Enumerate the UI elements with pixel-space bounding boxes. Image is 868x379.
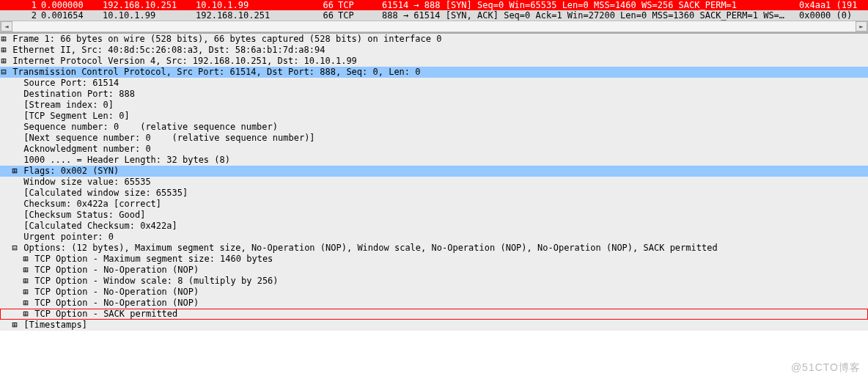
tree-row[interactable]: [Next sequence number: 0 (relative seque… <box>0 133 868 144</box>
tree-row[interactable]: ⊞ TCP Option - Window scale: 8 (multiply… <box>0 276 868 287</box>
tree-row[interactable]: ⊞ TCP Option - No-Operation (NOP) <box>0 287 868 298</box>
tree-row-label: Urgent pointer: 0 <box>18 232 114 242</box>
tree-row-label: Window size value: 65535 <box>18 177 151 187</box>
tree-row-label: [Calculated Checksum: 0x422a] <box>18 221 177 231</box>
tree-row[interactable]: ⊞ TCP Option - SACK permitted <box>0 309 868 320</box>
expand-icon[interactable]: ⊞ <box>22 254 29 265</box>
tree-row[interactable]: 1000 .... = Header Length: 32 bytes (8) <box>0 155 868 166</box>
expand-icon[interactable]: ⊞ <box>0 34 7 45</box>
tree-row-label: Internet Protocol Version 4, Src: 192.16… <box>7 56 357 66</box>
col-time: 0.000000 <box>37 0 95 10</box>
tree-row[interactable]: Sequence number: 0 (relative sequence nu… <box>0 122 868 133</box>
expand-icon[interactable]: ⊞ <box>0 45 7 56</box>
expand-icon[interactable]: ⊞ <box>11 320 18 331</box>
col-len: 66 <box>290 0 334 10</box>
tree-row[interactable]: Window size value: 65535 <box>0 177 868 188</box>
col-dst: 10.10.1.99 <box>194 0 290 10</box>
tree-row[interactable]: Checksum: 0x422a [correct] <box>0 199 868 210</box>
collapse-icon[interactable]: ⊟ <box>0 67 7 78</box>
tree-row-label: 1000 .... = Header Length: 32 bytes (8) <box>18 155 230 165</box>
tree-row-label: [Calculated window size: 65535] <box>18 188 188 198</box>
col-time: 0.001654 <box>37 10 95 21</box>
col-no: 2 <box>7 10 37 21</box>
tree-row[interactable]: Acknowledgment number: 0 <box>0 144 868 155</box>
tree-row[interactable]: Destination Port: 888 <box>0 89 868 100</box>
expand-icon[interactable]: ⊞ <box>11 166 18 177</box>
expand-icon[interactable]: ⊞ <box>22 298 29 309</box>
no-expander <box>11 221 18 232</box>
no-expander <box>11 133 18 144</box>
col-info: 888 → 61514 [SYN, ACK] Seq=0 Ack=1 Win=2… <box>378 10 795 21</box>
expand-icon[interactable]: ⊞ <box>22 309 29 320</box>
expand-icon[interactable]: ⊞ <box>22 276 29 287</box>
tree-row[interactable]: [Calculated window size: 65535] <box>0 188 868 199</box>
tree-row-label: Sequence number: 0 (relative sequence nu… <box>18 122 278 132</box>
no-expander <box>11 78 18 89</box>
tree-row-label: [TCP Segment Len: 0] <box>18 111 130 121</box>
scroll-track[interactable] <box>12 21 856 32</box>
tree-row[interactable]: [Stream index: 0] <box>0 100 868 111</box>
tree-row[interactable]: [TCP Segment Len: 0] <box>0 111 868 122</box>
tree-row[interactable]: [Checksum Status: Good] <box>0 210 868 221</box>
tree-row-label: Frame 1: 66 bytes on wire (528 bits), 66… <box>7 34 441 44</box>
no-expander <box>11 144 18 155</box>
tree-row-label: [Next sequence number: 0 (relative seque… <box>18 133 315 143</box>
no-expander <box>11 199 18 210</box>
scroll-left-icon[interactable]: ◄ <box>1 21 12 32</box>
tree-row-label: TCP Option - No-Operation (NOP) <box>29 287 199 297</box>
col-src: 10.10.1.99 <box>95 10 194 21</box>
packet-row[interactable]: 1 0.000000 192.168.10.251 10.10.1.99 66 … <box>0 0 868 10</box>
tree-row[interactable]: ⊞ [Timestamps] <box>0 320 868 331</box>
tree-row[interactable]: ⊞ Internet Protocol Version 4, Src: 192.… <box>0 56 868 67</box>
tree-row-label: Options: (12 bytes), Maximum segment siz… <box>18 243 718 253</box>
no-expander <box>11 188 18 199</box>
tree-row[interactable]: ⊞ TCP Option - Maximum segment size: 146… <box>0 254 868 265</box>
tree-row-label: TCP Option - No-Operation (NOP) <box>29 298 199 308</box>
no-expander <box>11 210 18 221</box>
expand-icon[interactable]: ⊞ <box>22 265 29 276</box>
tree-row-label: Flags: 0x002 (SYN) <box>18 166 119 176</box>
tree-row-label: Ethernet II, Src: 40:8d:5c:26:08:a3, Dst… <box>7 45 325 55</box>
tree-row[interactable]: ⊟ Transmission Control Protocol, Src Por… <box>0 67 868 78</box>
tree-row-label: Destination Port: 888 <box>18 89 135 99</box>
tree-row[interactable]: Urgent pointer: 0 <box>0 232 868 243</box>
no-expander <box>11 155 18 166</box>
tree-row[interactable]: [Calculated Checksum: 0x422a] <box>0 221 868 232</box>
packet-row[interactable]: 2 0.001654 10.10.1.99 192.168.10.251 66 … <box>0 10 868 21</box>
scroll-right-icon[interactable]: ► <box>856 21 867 32</box>
tree-row-label: TCP Option - Maximum segment size: 1460 … <box>29 254 273 264</box>
col-len: 66 <box>290 10 334 21</box>
tree-row[interactable]: ⊞ TCP Option - No-Operation (NOP) <box>0 265 868 276</box>
tree-row-label: Transmission Control Protocol, Src Port:… <box>7 67 421 77</box>
col-proto: TCP <box>334 10 378 21</box>
packet-list-pane: 1 0.000000 192.168.10.251 10.10.1.99 66 … <box>0 0 868 33</box>
tree-row[interactable]: ⊞ Frame 1: 66 bytes on wire (528 bits), … <box>0 34 868 45</box>
tree-row[interactable]: Source Port: 61514 <box>0 78 868 89</box>
no-expander <box>11 100 18 111</box>
tree-row-label: [Stream index: 0] <box>18 100 114 110</box>
expand-icon[interactable]: ⊞ <box>0 56 7 67</box>
packet-details-pane: ⊞ Frame 1: 66 bytes on wire (528 bits), … <box>0 33 868 331</box>
tree-row-label: Acknowledgment number: 0 <box>18 144 151 154</box>
no-expander <box>11 122 18 133</box>
tree-row[interactable]: ⊟ Options: (12 bytes), Maximum segment s… <box>0 243 868 254</box>
tree-row[interactable]: ⊞ Flags: 0x002 (SYN) <box>0 166 868 177</box>
col-src: 192.168.10.251 <box>95 0 194 10</box>
tree-row[interactable]: ⊞ TCP Option - No-Operation (NOP) <box>0 298 868 309</box>
col-no: 1 <box>7 0 37 10</box>
tree-row-label: Checksum: 0x422a [correct] <box>18 199 161 209</box>
expand-icon[interactable]: ⊞ <box>22 287 29 298</box>
tree-row[interactable]: ⊞ Ethernet II, Src: 40:8d:5c:26:08:a3, D… <box>0 45 868 56</box>
col-extra: 0x4aa1 (191 <box>795 0 868 10</box>
no-expander <box>11 111 18 122</box>
no-expander <box>11 89 18 100</box>
tree-row-label: [Timestamps] <box>18 320 87 330</box>
tree-row-label: TCP Option - SACK permitted <box>29 309 177 319</box>
col-info: 61514 → 888 [SYN] Seq=0 Win=65535 Len=0 … <box>378 0 795 10</box>
horizontal-scrollbar[interactable]: ◄ ► <box>0 21 868 32</box>
tree-row-label: Source Port: 61514 <box>18 78 119 88</box>
tree-row-label: TCP Option - No-Operation (NOP) <box>29 265 199 275</box>
col-proto: TCP <box>334 0 378 10</box>
tree-row-label: TCP Option - Window scale: 8 (multiply b… <box>29 276 279 286</box>
collapse-icon[interactable]: ⊟ <box>11 243 18 254</box>
